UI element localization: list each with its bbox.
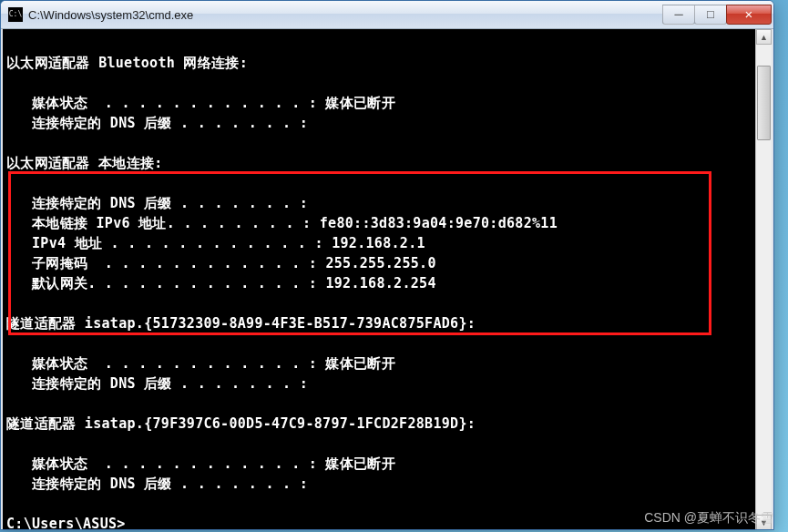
cmd-icon — [8, 7, 23, 22]
scroll-thumb[interactable] — [757, 66, 771, 140]
terminal-output[interactable]: 以太网适配器 Bluetooth 网络连接: 媒体状态 . . . . . . … — [3, 29, 772, 530]
watermark: CSDN @夏蝉不识冬雪 — [644, 510, 773, 527]
titlebar[interactable]: C:\Windows\system32\cmd.exe ─ □ × — [1, 1, 773, 29]
cmd-window: C:\Windows\system32\cmd.exe ─ □ × 以太网适配器… — [0, 0, 774, 530]
window-controls: ─ □ × — [663, 5, 772, 25]
maximize-button[interactable]: □ — [694, 5, 727, 25]
scrollbar[interactable]: ▲ ▼ — [755, 29, 772, 530]
minimize-button[interactable]: ─ — [662, 5, 695, 25]
window-title: C:\Windows\system32\cmd.exe — [28, 8, 663, 22]
close-button[interactable]: × — [726, 5, 772, 25]
scroll-up-button[interactable]: ▲ — [756, 29, 772, 45]
terminal-area: 以太网适配器 Bluetooth 网络连接: 媒体状态 . . . . . . … — [1, 29, 773, 530]
